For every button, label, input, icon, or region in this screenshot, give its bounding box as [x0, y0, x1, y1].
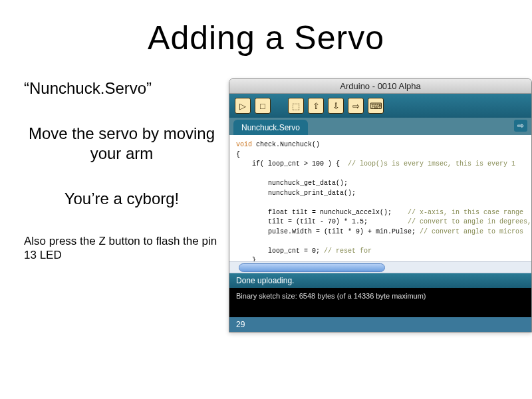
code-comment: // convert angle to micros: [420, 228, 523, 235]
ide-tabbar: Nunchuck.Servo ⇨: [229, 118, 531, 135]
ide-console: Binary sketch size: 6548 bytes (of a 143…: [229, 288, 531, 317]
code-line: tilt = (tilt - 70) * 1.5;: [236, 218, 408, 225]
slide-subtext: Also press the Z button to flash the pin…: [24, 234, 219, 263]
code-line: float tilt = nunchuck_accelx();: [236, 209, 408, 216]
code-line: if( loop_cnt > 100 ) {: [236, 160, 344, 168]
slide-text-column: “Nunchuck.Servo” Move the servo by movin…: [0, 78, 226, 332]
stop-button[interactable]: □: [255, 98, 271, 114]
ide-footer: 29: [229, 317, 531, 332]
code-editor[interactable]: void check.Nunchuck() { if( loop_cnt > 1…: [229, 135, 531, 261]
code-comment: // loop()s is every 1msec, this is every…: [344, 160, 515, 168]
code-keyword: void: [236, 141, 252, 148]
code-comment: // convert to angle in degrees,: [408, 218, 531, 225]
code-line: loop_cnt = 0;: [236, 247, 324, 255]
slide-text-1: “Nunchuck.Servo”: [24, 78, 219, 98]
tab-menu-button[interactable]: ⇨: [514, 120, 527, 132]
scrollbar-thumb[interactable]: [239, 263, 385, 272]
sketch-tab[interactable]: Nunchuck.Servo: [233, 120, 308, 135]
code-line: nunchuck_print_data();: [236, 190, 356, 197]
code-comment: // reset for: [324, 247, 372, 255]
slide-title: Adding a Servo: [0, 0, 532, 64]
export-button[interactable]: ⇨: [348, 98, 364, 114]
code-line: }: [236, 257, 256, 261]
ide-toolbar: ▷ □ ⬚ ⇧ ⇩ ⇨ ⌨: [229, 94, 531, 118]
verify-button[interactable]: ▷: [235, 98, 251, 114]
arduino-ide-window: Arduino - 0010 Alpha ▷ □ ⬚ ⇧ ⇩ ⇨ ⌨ Nunch…: [229, 78, 532, 332]
open-button[interactable]: ⇧: [308, 98, 324, 114]
slide-text-3: You’re a cyborg!: [24, 189, 219, 209]
horizontal-scrollbar[interactable]: [229, 261, 531, 273]
slide-text-2: Move the servo by moving your arm: [24, 124, 219, 164]
code-line: nunchuck_get_data();: [236, 180, 348, 187]
code-comment: // x-axis, in this case range: [408, 209, 523, 216]
ide-status-bar: Done uploading.: [229, 273, 531, 288]
new-button[interactable]: ⬚: [288, 98, 304, 114]
code-line: check.Nunchuck(): [252, 141, 320, 148]
ide-window-title: Arduino - 0010 Alpha: [229, 79, 531, 94]
save-button[interactable]: ⇩: [328, 98, 344, 114]
code-line: {: [236, 151, 240, 158]
code-line: pulse.Width = (tilt * 9) + min.Pulse;: [236, 228, 420, 235]
serial-monitor-button[interactable]: ⌨: [368, 98, 384, 114]
